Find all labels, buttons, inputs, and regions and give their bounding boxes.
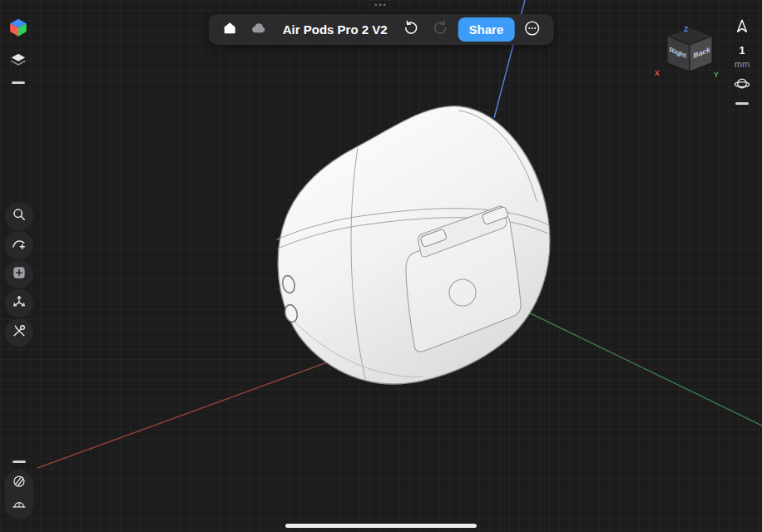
display-handle[interactable] (12, 461, 26, 463)
undo-icon (403, 19, 420, 40)
cloud-sync-icon (250, 19, 268, 40)
transform-icon (11, 293, 27, 313)
search-button[interactable] (5, 202, 33, 230)
layers-button[interactable] (9, 51, 27, 72)
multitask-dots[interactable]: ••• (374, 1, 387, 9)
redo-button[interactable] (427, 17, 454, 42)
right-rail-handle[interactable] (735, 102, 749, 105)
snap-settings-button[interactable] (733, 75, 751, 96)
sketch-arc-icon (11, 235, 27, 255)
tools-icon (11, 323, 27, 342)
display-settings (5, 461, 33, 520)
select-tool-button[interactable] (733, 18, 751, 40)
home-button[interactable] (216, 17, 244, 42)
sketch-tool-button[interactable] (5, 231, 33, 259)
more-options-icon (523, 19, 542, 41)
viewcube-y-label: Y (714, 71, 719, 79)
sidebar-handle[interactable] (12, 81, 25, 84)
view-cube[interactable]: Back Right Z X Y (652, 24, 722, 87)
shading-button[interactable] (11, 473, 27, 493)
share-button[interactable]: Share (458, 17, 515, 42)
left-tool-rail (5, 202, 33, 347)
undo-button[interactable] (398, 17, 425, 42)
add-body-button[interactable] (5, 260, 33, 288)
shading-sphere-icon (11, 478, 27, 492)
add-icon (11, 264, 27, 284)
viewport-3d[interactable] (0, 0, 762, 532)
right-tool-rail: 1 mm (730, 18, 755, 105)
app-logo[interactable] (7, 17, 29, 42)
more-options-button[interactable] (518, 17, 546, 42)
tools-button[interactable] (5, 318, 33, 347)
case-button (449, 279, 476, 306)
grid-size-value[interactable]: 1 (740, 46, 745, 57)
search-icon (11, 206, 27, 226)
environment-dome-icon (11, 501, 27, 515)
top-toolbar: Air Pods Pro 2 V2 Share (209, 14, 554, 45)
layers-icon (9, 57, 27, 71)
viewcube-z-label: Z (684, 25, 688, 33)
viewcube-x-label: X (655, 69, 660, 77)
redo-icon (432, 19, 449, 40)
orbit-snap-icon (733, 81, 751, 96)
cloud-sync-button[interactable] (245, 17, 273, 42)
app-stage: ••• Air Pods Pro 2 V2 Share (0, 0, 762, 532)
grid-size-unit[interactable]: mm (735, 59, 750, 69)
left-top-corner (7, 17, 30, 84)
display-panel (5, 470, 33, 520)
home-icon (222, 20, 238, 39)
select-cursor-icon (733, 25, 751, 39)
model-airpods-case[interactable] (277, 106, 550, 384)
environment-button[interactable] (11, 496, 27, 516)
transform-tool-button[interactable] (5, 289, 33, 318)
home-indicator[interactable] (285, 524, 477, 528)
document-title[interactable]: Air Pods Pro 2 V2 (275, 22, 396, 37)
